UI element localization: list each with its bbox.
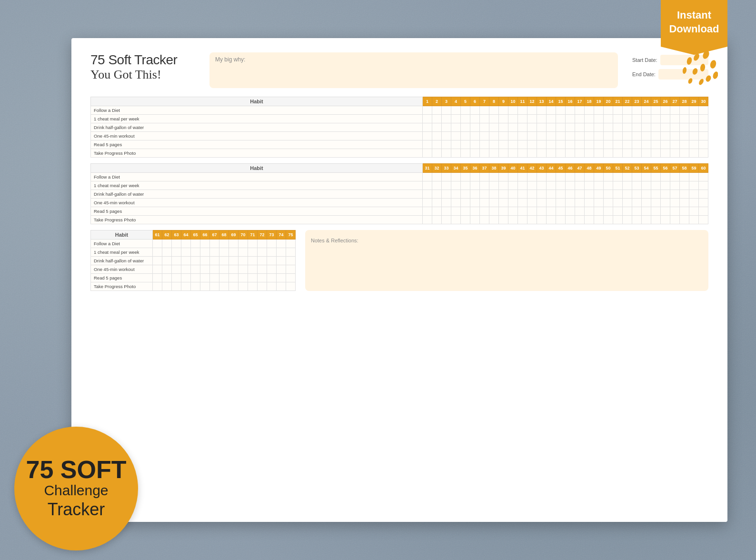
day-cell[interactable]: [229, 257, 239, 265]
day-cell[interactable]: [575, 199, 585, 207]
day-cell[interactable]: [153, 240, 162, 248]
day-cell[interactable]: [432, 216, 442, 224]
day-cell[interactable]: [172, 240, 181, 248]
day-cell[interactable]: [661, 106, 670, 115]
day-cell[interactable]: [480, 132, 489, 140]
day-cell[interactable]: [699, 216, 708, 224]
day-cell[interactable]: [537, 207, 547, 216]
day-cell[interactable]: [547, 106, 556, 115]
day-cell[interactable]: [623, 173, 632, 181]
day-cell[interactable]: [594, 115, 604, 123]
day-cell[interactable]: [432, 115, 442, 123]
day-cell[interactable]: [547, 207, 556, 216]
day-cell[interactable]: [632, 106, 642, 115]
day-cell[interactable]: [219, 274, 229, 282]
day-cell[interactable]: [651, 199, 661, 207]
day-cell[interactable]: [480, 207, 489, 216]
day-cell[interactable]: [604, 132, 613, 140]
day-cell[interactable]: [613, 199, 623, 207]
day-cell[interactable]: [680, 115, 689, 123]
day-cell[interactable]: [470, 207, 480, 216]
day-cell[interactable]: [451, 132, 461, 140]
day-cell[interactable]: [632, 149, 642, 158]
day-cell[interactable]: [229, 240, 239, 248]
day-cell[interactable]: [566, 181, 575, 190]
day-cell[interactable]: [537, 123, 547, 132]
day-cell[interactable]: [604, 173, 613, 181]
day-cell[interactable]: [489, 106, 499, 115]
day-cell[interactable]: [181, 282, 191, 291]
day-cell[interactable]: [566, 115, 575, 123]
day-cell[interactable]: [229, 248, 239, 257]
day-cell[interactable]: [239, 257, 248, 265]
day-cell[interactable]: [239, 248, 248, 257]
day-cell[interactable]: [461, 132, 470, 140]
day-cell[interactable]: [258, 248, 267, 257]
day-cell[interactable]: [661, 199, 670, 207]
day-cell[interactable]: [248, 282, 258, 291]
day-cell[interactable]: [585, 140, 594, 149]
day-cell[interactable]: [527, 216, 537, 224]
day-cell[interactable]: [286, 257, 296, 265]
day-cell[interactable]: [423, 173, 432, 181]
day-cell[interactable]: [575, 140, 585, 149]
day-cell[interactable]: [508, 207, 518, 216]
day-cell[interactable]: [200, 265, 210, 274]
day-cell[interactable]: [689, 216, 699, 224]
day-cell[interactable]: [585, 199, 594, 207]
day-cell[interactable]: [566, 106, 575, 115]
day-cell[interactable]: [623, 207, 632, 216]
day-cell[interactable]: [480, 149, 489, 158]
day-cell[interactable]: [537, 132, 547, 140]
day-cell[interactable]: [604, 216, 613, 224]
day-cell[interactable]: [210, 248, 219, 257]
day-cell[interactable]: [489, 140, 499, 149]
day-cell[interactable]: [489, 149, 499, 158]
day-cell[interactable]: [480, 123, 489, 132]
day-cell[interactable]: [604, 123, 613, 132]
day-cell[interactable]: [604, 207, 613, 216]
day-cell[interactable]: [480, 199, 489, 207]
day-cell[interactable]: [153, 248, 162, 257]
day-cell[interactable]: [670, 181, 680, 190]
day-cell[interactable]: [651, 181, 661, 190]
day-cell[interactable]: [651, 115, 661, 123]
day-cell[interactable]: [442, 115, 451, 123]
day-cell[interactable]: [518, 149, 527, 158]
day-cell[interactable]: [181, 274, 191, 282]
day-cell[interactable]: [518, 140, 527, 149]
day-cell[interactable]: [632, 199, 642, 207]
day-cell[interactable]: [480, 115, 489, 123]
day-cell[interactable]: [267, 257, 277, 265]
day-cell[interactable]: [451, 173, 461, 181]
day-cell[interactable]: [286, 265, 296, 274]
day-cell[interactable]: [461, 190, 470, 199]
day-cell[interactable]: [239, 240, 248, 248]
day-cell[interactable]: [267, 248, 277, 257]
day-cell[interactable]: [286, 282, 296, 291]
day-cell[interactable]: [518, 106, 527, 115]
day-cell[interactable]: [470, 115, 480, 123]
day-cell[interactable]: [604, 106, 613, 115]
day-cell[interactable]: [613, 123, 623, 132]
day-cell[interactable]: [670, 216, 680, 224]
day-cell[interactable]: [461, 207, 470, 216]
day-cell[interactable]: [423, 199, 432, 207]
day-cell[interactable]: [172, 248, 181, 257]
day-cell[interactable]: [575, 149, 585, 158]
day-cell[interactable]: [661, 132, 670, 140]
day-cell[interactable]: [670, 190, 680, 199]
day-cell[interactable]: [585, 207, 594, 216]
day-cell[interactable]: [219, 257, 229, 265]
day-cell[interactable]: [661, 173, 670, 181]
day-cell[interactable]: [623, 132, 632, 140]
day-cell[interactable]: [661, 140, 670, 149]
day-cell[interactable]: [670, 140, 680, 149]
day-cell[interactable]: [556, 181, 566, 190]
day-cell[interactable]: [442, 132, 451, 140]
day-cell[interactable]: [689, 140, 699, 149]
day-cell[interactable]: [537, 190, 547, 199]
day-cell[interactable]: [594, 181, 604, 190]
day-cell[interactable]: [651, 123, 661, 132]
day-cell[interactable]: [537, 216, 547, 224]
